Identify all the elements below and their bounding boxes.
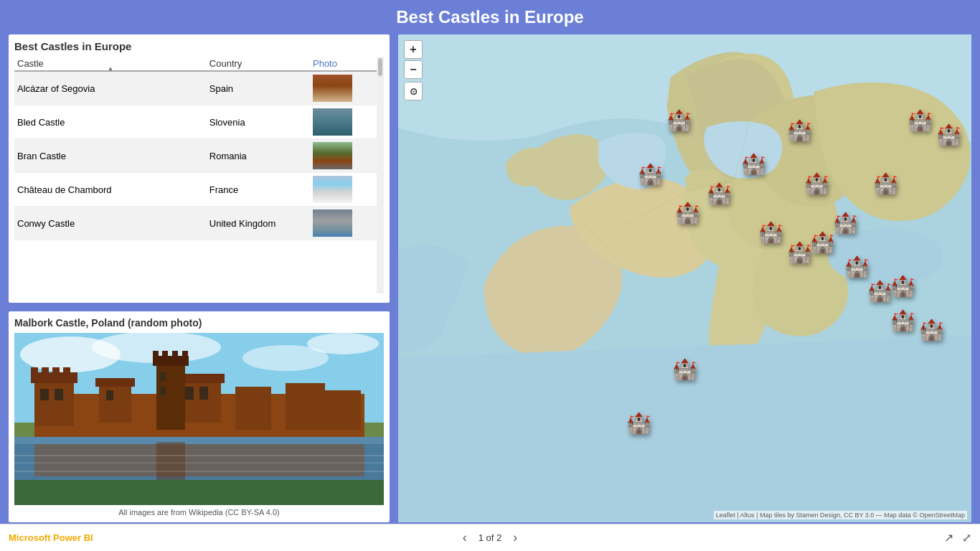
col-castle[interactable]: Castle [14,57,207,71]
table-panel: Best Castles in Europe Castle Country Ph… [7,33,391,304]
map-svg [398,34,971,522]
map-background: 🏰🏰🏰🏰🏰🏰🏰🏰🏰🏰🏰🏰🏰🏰🏰🏰🏰🏰🏰🏰🏰 + − ⊙ Leaflet | Al… [398,34,971,522]
svg-rect-21 [172,351,178,358]
castle-map-marker[interactable]: 🏰 [707,182,732,205]
castle-map-marker[interactable]: 🏰 [873,171,898,195]
castle-country-cell: Slovenia [207,105,310,139]
castle-map-marker[interactable]: 🏰 [758,220,783,244]
svg-rect-37 [14,455,384,456]
footer-actions: ↗ ⤢ [944,531,971,545]
table-scrollbar[interactable] [377,57,384,293]
castle-map-marker[interactable]: 🏰 [626,411,651,435]
castle-map-marker[interactable]: 🏰 [867,279,892,303]
zoom-out-button[interactable]: − [404,60,423,79]
main-content: Best Castles in Europe Castle Country Ph… [0,33,980,524]
castle-name-cell: Bled Castle [14,105,207,139]
svg-rect-26 [185,387,194,400]
svg-rect-38 [14,462,384,463]
castle-photo-cell [310,71,384,105]
powerbi-brand: Microsoft Power BI [9,532,93,543]
castle-map-marker[interactable]: 🏰 [675,201,700,225]
svg-rect-30 [235,387,271,430]
map-panel[interactable]: 🏰🏰🏰🏰🏰🏰🏰🏰🏰🏰🏰🏰🏰🏰🏰🏰🏰🏰🏰🏰🏰 + − ⊙ Leaflet | Al… [397,33,973,524]
castle-map-marker[interactable]: 🏰 [890,274,915,298]
castle-map-marker[interactable]: 🏰 [890,309,915,332]
footer: Microsoft Power BI ‹ 1 of 2 › ↗ ⤢ [0,524,980,551]
table-title: Best Castles in Europe [14,40,384,52]
castle-map-marker[interactable]: 🏰 [638,162,663,186]
castle-thumbnail [313,209,352,237]
castle-map-marker[interactable]: 🏰 [919,318,944,342]
castle-thumbnail [313,75,352,102]
col-country: Country [207,57,310,71]
table-row[interactable]: Château de ChambordFrance [14,173,384,207]
table-scroll-thumb[interactable] [378,58,382,76]
castle-thumbnail [313,176,352,203]
fullscreen-button[interactable]: ⤢ [962,531,971,545]
photo-caption: All images are from Wikipedia (CC BY-SA … [14,508,384,517]
malbork-svg [14,333,384,505]
table-row[interactable]: Conwy CastleUnited Kingdom [14,207,384,240]
castle-photo-cell [310,173,384,207]
page-navigation: ‹ 1 of 2 › [463,530,518,545]
castle-map-marker[interactable]: 🏰 [908,108,933,132]
next-page-button[interactable]: › [513,530,517,545]
svg-rect-7 [34,376,74,426]
svg-rect-39 [14,471,384,472]
castle-map-marker[interactable]: 🏰 [787,240,812,264]
castle-name-cell: Conwy Castle [14,207,207,240]
svg-rect-34 [14,437,384,444]
svg-rect-12 [63,367,70,375]
castle-thumbnail [313,108,352,136]
prev-page-button[interactable]: ‹ [463,530,467,545]
map-attribution: Leaflet | Altus | Map tiles by Stamen De… [714,511,967,519]
castle-map-marker[interactable]: 🏰 [804,171,829,195]
map-controls: + − ⊙ [404,40,423,100]
castle-country-cell: Romania [207,139,310,173]
page-indicator: 1 of 2 [479,532,502,543]
share-button[interactable]: ↗ [944,531,953,545]
svg-rect-36 [156,442,185,481]
castle-map-marker[interactable]: 🏰 [666,108,692,132]
random-photo [14,333,384,505]
col-photo: Photo [310,57,384,71]
castle-map-marker[interactable]: 🏰 [741,152,766,176]
svg-rect-13 [99,383,131,423]
castle-table-body: Alcázar of SegoviaSpainBled CastleSloven… [14,71,384,240]
svg-rect-40 [14,480,384,505]
castle-map-marker[interactable]: 🏰 [672,357,697,381]
map-search-button[interactable]: ⊙ [404,82,423,100]
page-title: Best Castles in Europe [0,7,980,27]
castle-name-cell: Alcázar of Segovia [14,71,207,105]
svg-rect-29 [160,387,166,395]
svg-rect-28 [160,372,166,381]
svg-rect-23 [40,389,49,400]
castle-map-marker[interactable]: 🏰 [936,123,961,146]
photo-panel-title: Malbork Castle, Poland (random photo) [14,317,384,329]
castle-map-marker[interactable]: 🏰 [787,118,812,142]
castle-map-marker[interactable]: 🏰 [810,230,835,254]
castle-name-cell: Château de Chambord [14,173,207,207]
castle-table: Castle Country Photo Alcázar of SegoviaS… [14,57,384,240]
photo-panel: Malbork Castle, Poland (random photo) [7,310,391,524]
svg-rect-17 [156,362,185,430]
malbork-image [14,333,384,505]
svg-rect-19 [153,351,159,358]
svg-rect-20 [162,351,168,358]
castle-map-marker[interactable]: 🏰 [844,255,870,278]
svg-rect-25 [106,390,113,400]
table-row[interactable]: Bled CastleSlovenia [14,105,384,139]
castle-country-cell: France [207,173,310,207]
svg-rect-10 [42,367,49,375]
svg-rect-27 [199,387,208,400]
svg-rect-22 [182,351,188,358]
castle-map-marker[interactable]: 🏰 [833,211,858,235]
app-header: Best Castles in Europe [0,0,980,33]
table-row[interactable]: Alcázar of SegoviaSpain [14,71,384,105]
table-wrapper: Castle Country Photo Alcázar of SegoviaS… [14,57,384,293]
table-row[interactable]: Bran CastleRomania [14,139,384,173]
svg-rect-9 [31,367,38,375]
zoom-in-button[interactable]: + [404,40,423,59]
svg-point-4 [307,333,379,354]
castle-country-cell: United Kingdom [207,207,310,240]
